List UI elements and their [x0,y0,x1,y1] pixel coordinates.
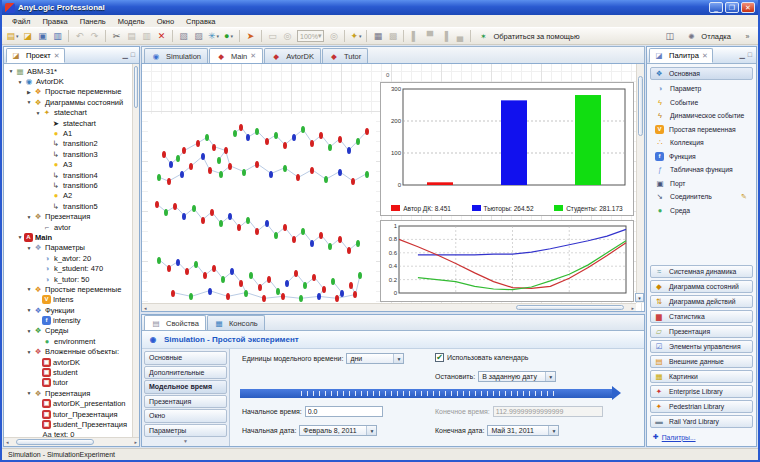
align-left-button[interactable]: ▌ [407,29,422,44]
tree-item[interactable]: fintensity [5,315,131,325]
tree-item[interactable]: ▣tutor_Презентация [5,409,131,419]
hscroll-thumb[interactable] [16,439,94,445]
palette-section-Внешние данные[interactable]: ▤Внешние данные [650,355,753,368]
redo-button[interactable]: ↷ [87,29,102,44]
palette-item-Функция[interactable]: fФункция [650,150,753,164]
expand-arrow[interactable]: ▼ [34,110,42,116]
tree-item[interactable]: ➤statechart [5,118,131,128]
expand-arrow[interactable]: ▼ [25,286,33,292]
save-button[interactable]: ▣ [35,29,50,44]
panel-maximize-icon[interactable]: □ [748,51,752,59]
menu-Файл[interactable]: Файл [6,17,36,26]
tree-item[interactable]: ◑k_tutor: 50 [5,274,131,284]
expand-arrow[interactable]: ▼ [16,234,24,240]
delete-button[interactable]: ✕ [154,29,169,44]
palette-section-Диаграмма состояний[interactable]: ◆Диаграмма состояний [650,280,753,293]
expand-arrow[interactable]: ▼ [25,328,33,334]
stop-select[interactable]: В заданную дату ▼ [478,371,556,382]
palette-section-Enterprise Library[interactable]: ✦Enterprise Library [650,385,753,398]
palette-section-Картинки[interactable]: ▦Картинки [650,370,753,383]
palette-section-Презентация[interactable]: ▱Презентация [650,325,753,338]
align-bottom-button[interactable]: ▄ [452,29,467,44]
tab-properties[interactable]: ▤ Свойства [144,315,206,330]
tree-item[interactable]: ▼❖Среды [5,326,131,336]
tree-item[interactable]: ↳transition2 [5,139,131,149]
menu-Правка[interactable]: Правка [36,17,73,26]
palette-item-Событие[interactable]: ϟСобытие [650,96,753,110]
palette-item-Параметр[interactable]: ◑Параметр [650,82,753,96]
panel-minimize-icon[interactable]: ▁ [122,51,127,59]
tree-item[interactable]: ▼❖Параметры [5,243,131,253]
palette-section-Rail Yard Library[interactable]: ▬Rail Yard Library [650,415,753,428]
canvas-hscrollbar[interactable]: ◂ ▸ [142,303,636,311]
tree-item[interactable]: VIntens [5,295,131,305]
props-nav-Параметры[interactable]: Параметры [144,424,227,438]
tree-item[interactable]: ●A1 [5,128,131,138]
tree-item[interactable]: ▼❖Вложенные объекты: [5,347,131,357]
start-date-select[interactable]: Февраль 8, 2011 ▼ [299,425,377,436]
props-nav-Окно[interactable]: Окно [144,409,227,423]
tree-item[interactable]: ▣student_Презентация [5,419,131,429]
zoom-selection-button[interactable]: ◎ [280,29,295,44]
tree-item[interactable]: ▣student [5,367,131,377]
menu-Панель[interactable]: Панель [74,17,112,26]
debug-button[interactable]: ✺ Отладка [682,32,735,41]
tree-item[interactable]: ▼❖Диаграммы состояний [5,97,131,107]
palette-item-Табличная функция[interactable]: ƒТабличная функция [650,163,753,177]
palette-section-Диаграмма действий[interactable]: ⇅Диаграмма действий [650,295,753,308]
menu-Окно[interactable]: Окно [151,17,180,26]
tree-item[interactable]: ▣tutor [5,378,131,388]
grid-button[interactable]: ▦ [370,29,385,44]
editor-tab-Tutor[interactable]: ◆Tutor [322,48,368,63]
tree-item[interactable]: ▼❖Презентация [5,388,131,398]
palette-item-Простая переменная[interactable]: VПростая переменная [650,123,753,137]
palette-item-Соединитель[interactable]: ↘Соединитель✎ [650,190,753,204]
scroll-left-icon[interactable]: ◂ [144,305,147,311]
expand-arrow[interactable]: ▼ [25,214,33,220]
palette-item-Порт[interactable]: ▣Порт [650,177,753,191]
tree-item[interactable]: Aatext: 0 [5,430,131,437]
model-time-slider[interactable] [240,389,612,398]
tree-item[interactable]: ◑k_student: 470 [5,263,131,273]
tree-item[interactable]: ●A2 [5,191,131,201]
scroll-right-icon[interactable]: ▸ [631,305,634,311]
expand-arrow[interactable]: ▼ [7,68,15,74]
palette-item-Среда[interactable]: ●Среда [650,204,753,218]
time-units-select[interactable]: дни ▼ [346,353,404,364]
hscroll-thumb[interactable] [516,305,624,310]
build-all-button[interactable]: ▨ [191,29,206,44]
palette-item-Динамическое событие[interactable]: ϟДинамическое событие [650,109,753,123]
tree-item[interactable]: ▼❖Функции [5,305,131,315]
tree-item[interactable]: ▣avtorDK [5,357,131,367]
tree-item[interactable]: ⌐avtor [5,222,131,232]
end-date-select[interactable]: Май 31, 2011 ▼ [487,425,559,436]
close-button[interactable]: ✕ [741,2,755,13]
run-to-button[interactable]: ➤ [243,29,258,44]
scroll-right-icon[interactable]: ▸ [134,439,137,445]
props-nav-Основные[interactable]: Основные [144,351,227,365]
snap-grid-button[interactable]: ▩ [385,29,400,44]
minimize-button[interactable]: _ [709,2,723,13]
project-tab[interactable]: ◪ Проект ✕ [6,48,65,63]
tree-item[interactable]: ▼❖Простые переменные [5,284,131,294]
project-tab-close-icon[interactable]: ✕ [54,52,60,60]
model-canvas[interactable]: 0 0100200300Автор ДК: 8.451Тьюторы: 264.… [141,63,645,312]
tree-item[interactable]: ◑k_avtor: 20 [5,253,131,263]
tab-console[interactable]: ▦ Консоль [207,315,265,330]
new-model-button[interactable]: ▤▾ [5,29,20,44]
project-tree-hscrollbar[interactable]: ◂ ▸ [4,437,139,446]
help-button[interactable]: ✶ Обратиться за помощью [474,32,583,41]
tree-item[interactable]: ●A3 [5,160,131,170]
props-nav-Презентация[interactable]: Презентация [144,395,227,409]
lamp-button[interactable]: ✦▾ [348,29,363,44]
align-top-button[interactable]: ▀ [422,29,437,44]
tree-item[interactable]: ↳transition4 [5,170,131,180]
align-right-button[interactable]: ▐ [437,29,452,44]
open-model-button[interactable]: ◪ [20,29,35,44]
palette-section-Pedestrian Library[interactable]: ✦Pedestrian Library [650,400,753,413]
validate-button[interactable]: ✳▾ [206,29,221,44]
editor-tab-Simulation[interactable]: ◉Simulation [144,48,208,63]
canvas-vscrollbar[interactable] [636,64,644,303]
panel-maximize-icon[interactable]: □ [131,51,135,59]
tree-item[interactable]: ↳transition3 [5,149,131,159]
